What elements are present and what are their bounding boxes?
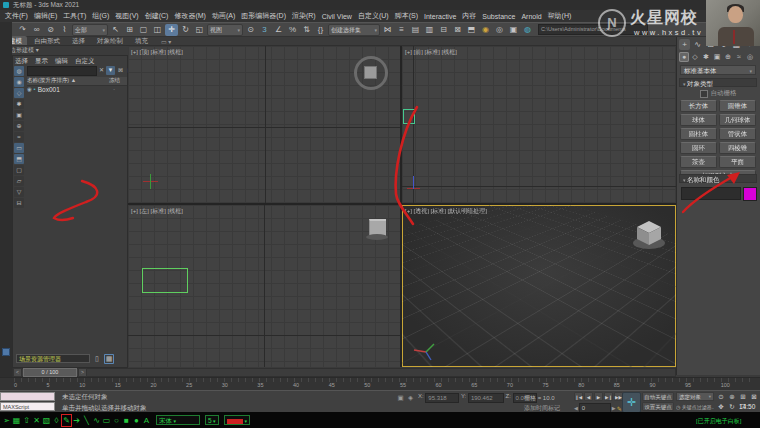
toggle-ribbon-icon[interactable]: ⊟: [437, 24, 450, 36]
selection-filter-dropdown[interactable]: 全部: [72, 24, 108, 36]
schematic-view-icon[interactable]: ⬒: [465, 24, 478, 36]
filled-rectangle-tool-icon[interactable]: ■: [122, 415, 131, 426]
time-slider-handle[interactable]: 0 / 100: [23, 368, 77, 377]
selected-objects-dropdown[interactable]: 选定对象: [676, 392, 714, 401]
reference-coordinate-dropdown[interactable]: 视图: [207, 24, 243, 36]
arrow-tool-icon[interactable]: ➔: [72, 415, 81, 426]
ribbon-tab[interactable]: 对象绘制: [92, 36, 128, 45]
menu-item[interactable]: 创建(C): [145, 11, 169, 21]
menu-item[interactable]: 修改器(M): [174, 11, 206, 21]
annotation-font-dropdown[interactable]: 宋体: [156, 415, 200, 425]
curve-editor-icon[interactable]: ⊠: [451, 24, 464, 36]
text-tool-icon[interactable]: A: [142, 415, 151, 426]
spinner-right-icon[interactable]: ▶: [612, 405, 616, 411]
object-name-input[interactable]: [681, 187, 741, 200]
name-color-rollout[interactable]: 名称和颜色: [679, 174, 757, 183]
tab-modify[interactable]: ∿: [692, 39, 703, 50]
display-containers-icon[interactable]: ▱: [14, 176, 24, 186]
display-lights-icon[interactable]: ✱: [14, 99, 24, 109]
pan-icon[interactable]: ✥: [716, 402, 726, 411]
viewcube[interactable]: [354, 56, 388, 90]
set-key-button[interactable]: 设置关键点: [642, 402, 674, 411]
bind-to-space-warp-icon[interactable]: ⌇: [58, 24, 71, 36]
frozen-cell[interactable]: ·: [113, 86, 127, 93]
object-color-swatch[interactable]: [743, 187, 757, 201]
set-keys-button[interactable]: ✛: [622, 392, 641, 413]
eraser-tool-icon[interactable]: ◊: [52, 415, 61, 426]
visibility-eye-icon[interactable]: ◉: [27, 86, 32, 92]
ribbon-tab[interactable]: 填充: [130, 36, 153, 45]
line-tool-icon[interactable]: ╲: [82, 415, 91, 426]
isolate-selection-icon[interactable]: ▣: [396, 393, 405, 402]
edit-named-selections-icon[interactable]: {}: [314, 24, 327, 36]
orbit-icon[interactable]: ↻: [727, 402, 737, 411]
box001-wireframe[interactable]: [403, 109, 415, 124]
freehand-tool-icon[interactable]: ∿: [92, 415, 101, 426]
track-bar[interactable]: 0510152025303540455055606570758085909510…: [0, 377, 760, 391]
viewport-perspective-label[interactable]: [+] [透视] [标准] [默认明暗处理]: [405, 207, 487, 216]
ribbon-minimize-icon[interactable]: ▭ ▾: [161, 38, 171, 45]
select-by-name-icon[interactable]: ⊞: [123, 24, 136, 36]
named-selection-sets-dropdown[interactable]: 创建选择集: [328, 24, 380, 36]
autogrid-checkbox[interactable]: 自动栅格: [679, 89, 757, 98]
menu-item[interactable]: Interactive: [424, 13, 456, 20]
explorer-view-dropdown[interactable]: 场景资源管理器: [16, 354, 90, 363]
selection-lock-icon[interactable]: ◈: [406, 393, 415, 402]
category-helpers[interactable]: ⊕: [723, 52, 733, 62]
explorer-row-box001[interactable]: ◉ ▪ Box001 ·: [27, 85, 127, 93]
close-tool-icon[interactable]: ✕: [32, 415, 41, 426]
menu-item[interactable]: Civil View: [322, 13, 352, 20]
ellipse-tool-icon[interactable]: ○: [112, 415, 121, 426]
category-shapes[interactable]: ◇: [690, 52, 700, 62]
filter-funnel-icon[interactable]: ▼: [106, 66, 115, 75]
viewport-left[interactable]: [+] [左] [标准] [线框]: [128, 205, 400, 367]
key-filters-button[interactable]: ◷ 关键点过滤器...: [676, 403, 714, 412]
pointer-tool-icon[interactable]: ➢: [2, 415, 11, 426]
previous-frame-arrow[interactable]: <: [13, 368, 22, 377]
toggle-scene-explorer-icon[interactable]: ▤: [409, 24, 422, 36]
next-frame-button[interactable]: ▶❙: [604, 392, 613, 401]
primitive-button[interactable]: 管状体: [719, 128, 756, 140]
whiteboard-tool-icon[interactable]: ▦: [12, 415, 21, 426]
maxscript-mini-listener[interactable]: MAXScript: [0, 402, 55, 411]
scene-explorer-dock-icon[interactable]: [2, 348, 10, 356]
menu-item[interactable]: 图形编辑器(D): [241, 11, 286, 21]
primitive-category-dropdown[interactable]: 标准基本体: [680, 65, 756, 75]
display-all-icon[interactable]: ◍: [14, 66, 24, 76]
select-and-rotate-icon[interactable]: ↻: [179, 24, 192, 36]
explorer-menu-item[interactable]: 编辑: [55, 57, 68, 65]
rendered-frame-window-icon[interactable]: ▣: [507, 24, 520, 36]
viewcube[interactable]: [630, 215, 670, 253]
key-mode-icon[interactable]: ✎: [617, 405, 622, 412]
mirror-icon[interactable]: ⋈: [381, 24, 394, 36]
align-icon[interactable]: ≡: [395, 24, 408, 36]
pen-tool-icon[interactable]: ✎: [62, 415, 71, 426]
time-slider[interactable]: < 0 / 100 >: [12, 368, 676, 377]
display-shapes-icon[interactable]: ◇: [14, 88, 24, 98]
zoom-extents-all-icon[interactable]: ⊠: [749, 392, 759, 401]
explorer-search-input[interactable]: [27, 66, 97, 76]
category-cameras[interactable]: ▣: [712, 52, 722, 62]
menu-item[interactable]: 自定义(U): [358, 11, 389, 21]
project-path-field[interactable]: C:\Users\Administrator\Documents: [538, 24, 648, 35]
render-setup-icon[interactable]: ◎: [493, 24, 506, 36]
up-tool-icon[interactable]: ⇧: [22, 415, 31, 426]
snaps-toggle-icon[interactable]: 3: [258, 24, 271, 36]
viewcube[interactable]: [366, 219, 388, 245]
object-type-rollout[interactable]: 对象类型: [679, 78, 757, 87]
menu-item[interactable]: 编辑(E): [34, 11, 57, 21]
explorer-menu-item[interactable]: 自定义: [75, 57, 95, 65]
display-xrefs-icon[interactable]: ⬒: [14, 154, 24, 164]
object-name[interactable]: Box001: [38, 86, 111, 93]
zoom-extents-icon[interactable]: ⊞: [738, 392, 748, 401]
menu-item[interactable]: 组(G): [92, 11, 109, 21]
zoom-all-icon[interactable]: ⊚: [727, 392, 737, 401]
viewport-left-label[interactable]: [+] [左] [标准] [线框]: [131, 207, 183, 216]
menu-item[interactable]: 工具(T): [63, 11, 86, 21]
primitive-button[interactable]: 球体: [680, 114, 717, 126]
menu-item[interactable]: 帮助(H): [548, 11, 572, 21]
category-systems[interactable]: ◎: [745, 52, 755, 62]
primitive-button[interactable]: 平面: [719, 156, 756, 168]
primitive-button[interactable]: 长方体: [680, 100, 717, 112]
display-cameras-icon[interactable]: ▣: [14, 110, 24, 120]
